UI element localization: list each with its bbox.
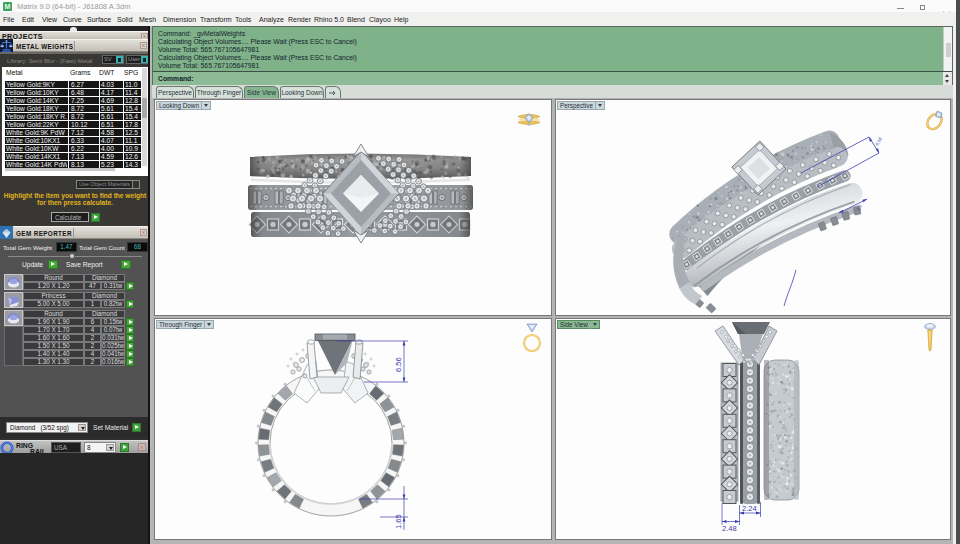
svg-text:2.48: 2.48 — [722, 524, 737, 533]
svg-text:6.56: 6.56 — [394, 357, 403, 372]
svg-text:1.65: 1.65 — [394, 514, 403, 529]
svg-text:2.24: 2.24 — [742, 504, 757, 513]
svg-text:6.56: 6.56 — [874, 136, 883, 147]
